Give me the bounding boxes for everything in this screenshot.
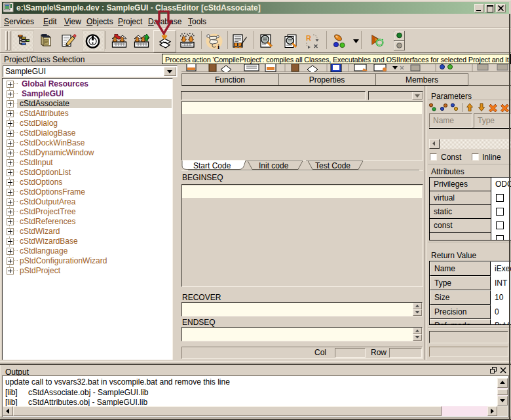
svg-text:R: R (306, 34, 311, 42)
svg-text:i: i (218, 43, 219, 50)
